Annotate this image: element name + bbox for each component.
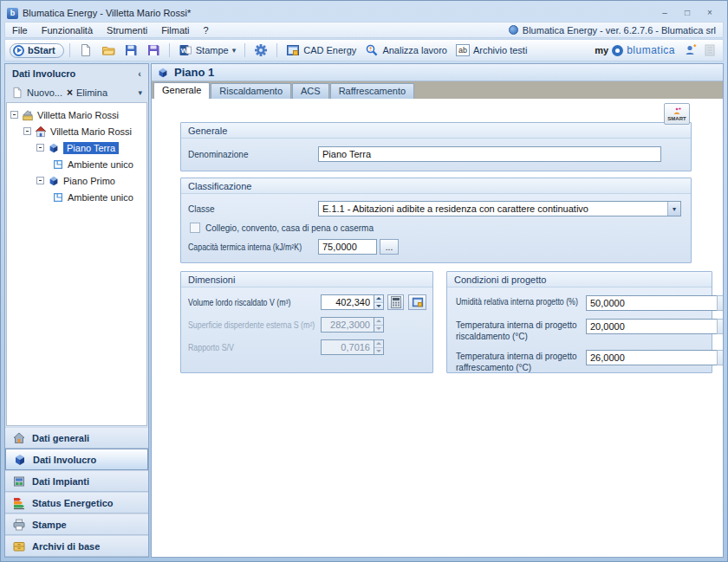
save-button[interactable] [120, 42, 141, 59]
classe-select[interactable]: E.1.1 - Abitazioni adibite a residenza c… [318, 201, 681, 216]
group-dimensioni-title: Dimensioni [181, 272, 432, 287]
collegio-checkbox[interactable] [190, 223, 200, 233]
sidebar-item-stampe[interactable]: Stampe [5, 514, 148, 535]
bstart-button[interactable]: bStart [10, 43, 64, 58]
tree-toolbar-dropdown-icon[interactable]: ▾ [138, 88, 142, 97]
menu-help[interactable]: ? [197, 23, 216, 37]
cad-energy-icon [286, 43, 300, 57]
chevron-down-icon[interactable]: ▾ [667, 202, 680, 216]
volume-input[interactable] [321, 294, 374, 310]
close-icon[interactable]: × [703, 8, 717, 19]
window-title: Blumatica Energy - Villetta Mario Rossi* [23, 8, 191, 18]
tree-item-piano-terra[interactable]: Piano Terra [10, 139, 146, 156]
temp-riscaldamento-side-button[interactable] [717, 319, 723, 334]
gear-icon [254, 43, 268, 57]
smart-button[interactable]: SMART [664, 103, 690, 125]
tab-acs[interactable]: ACS [292, 83, 329, 99]
capacita-ellipsis-button[interactable]: ... [380, 239, 399, 255]
menu-strumenti[interactable]: Strumenti [100, 23, 154, 37]
menu-file[interactable]: File [5, 23, 35, 37]
content-header: Piano 1 [152, 64, 723, 81]
sidebar-item-dati-generali[interactable]: Dati generali [5, 427, 148, 449]
elimina-button[interactable]: × Elimina [67, 87, 107, 98]
volume-spinner[interactable] [374, 294, 384, 310]
new-node-icon [11, 87, 23, 99]
superficie-spinner [374, 317, 384, 333]
stampe-button[interactable]: W Stampe ▾ [175, 42, 239, 59]
save-all-button[interactable] [143, 42, 164, 59]
sidebar-item-archivi-di-base[interactable]: Archivi di base [5, 535, 148, 557]
floor-box-icon [157, 67, 169, 79]
volume-cad-button[interactable] [408, 294, 426, 310]
smart-icon [673, 107, 681, 115]
content-body: SMART Generale Denominazione Classificaz… [152, 99, 723, 557]
temp-raffrescamento-input[interactable] [586, 350, 717, 365]
blumatica-logo-icon [612, 45, 623, 56]
denominazione-input[interactable] [318, 146, 661, 162]
cad-energy-button[interactable]: CAD Energy [283, 42, 360, 59]
plant-icon [12, 475, 26, 488]
temp-riscaldamento-input[interactable] [586, 319, 717, 334]
archivio-testi-button[interactable]: ab Archivio testi [452, 42, 530, 58]
delete-x-icon: × [67, 87, 73, 98]
tree-expander[interactable] [10, 111, 18, 119]
settings-button[interactable] [250, 42, 271, 59]
toolbar: bStart W Stampe ▾ CAD Energy [4, 39, 724, 61]
user-add-icon[interactable] [684, 43, 698, 57]
tree-expander[interactable] [36, 177, 44, 184]
temp-raffrescamento-label: Temperatura interna di progetto raffresc… [456, 350, 586, 373]
capacita-input[interactable] [318, 239, 377, 255]
floor-box-icon [48, 142, 60, 154]
magnifier-icon [365, 43, 379, 57]
word-doc-icon: W [179, 43, 192, 57]
ab-icon: ab [456, 44, 470, 56]
sidebar-item-status-energetico[interactable]: Status Energetico [5, 492, 148, 514]
minimize-icon[interactable]: – [658, 8, 672, 19]
group-classificazione: Classificazione Classe E.1.1 - Abitazion… [180, 178, 692, 263]
tree-item-piano-primo[interactable]: Piano Primo [10, 172, 146, 189]
superficie-input [321, 317, 374, 333]
tab-riscaldamento[interactable]: Riscaldamento [211, 83, 291, 99]
tab-raffrescamento[interactable]: Raffrescamento [330, 83, 414, 99]
collapse-sidebar-icon[interactable]: ‹ [138, 68, 141, 79]
collegio-checkbox-label: Collegio, convento, casa di pena o caser… [205, 223, 374, 233]
rapporto-input [321, 339, 374, 355]
titlebar: b Blumatica Energy - Villetta Mario Ross… [4, 1, 724, 22]
tree-expander[interactable] [23, 127, 31, 135]
toolbar-separator [169, 43, 170, 57]
tree-item-ambiente-2[interactable]: Ambiente unico [10, 189, 146, 205]
calculator-button[interactable] [387, 294, 404, 310]
umidita-label: Umidità relativa interna progetto (%) [456, 297, 578, 308]
tree-item-project[interactable]: Villetta Mario Rossi [10, 107, 146, 123]
open-button[interactable] [98, 42, 119, 59]
new-document-icon [79, 43, 93, 57]
group-condizioni: Condizioni di progetto Umidità relativa … [446, 271, 712, 373]
blumatica-globe-icon [509, 25, 518, 35]
tree-expander[interactable] [36, 144, 44, 152]
group-generale-title: Generale [181, 123, 691, 139]
umidita-side-button[interactable] [717, 295, 723, 311]
maximize-icon[interactable]: □ [680, 8, 694, 19]
nuovo-button[interactable]: Nuovo... [11, 87, 62, 99]
new-document-button[interactable] [75, 42, 96, 59]
analizza-lavoro-button[interactable]: Analizza lavoro [361, 42, 451, 59]
calculator-icon [391, 296, 401, 308]
project-house-icon [22, 109, 34, 121]
sidebar-header: Dati Involucro ‹ [5, 64, 148, 83]
group-dimensioni: Dimensioni Volume lordo riscaldato V (m³… [180, 271, 433, 373]
menu-filmati[interactable]: Filmati [154, 23, 196, 37]
bstart-play-icon [13, 45, 24, 56]
my-blumatica-link[interactable]: my blumatica [591, 42, 679, 58]
umidita-input[interactable] [586, 295, 717, 311]
temp-raffrescamento-side-button[interactable] [717, 350, 723, 365]
room-plan-icon [52, 191, 64, 203]
house-icon [12, 431, 26, 445]
volume-label: Volume lordo riscaldato V (m³) [188, 298, 290, 307]
save-all-icon [146, 43, 160, 57]
tree-item-ambiente-1[interactable]: Ambiente unico [10, 156, 146, 172]
tab-generale[interactable]: Generale [153, 82, 210, 99]
tree-item-building[interactable]: Villetta Mario Rossi [10, 123, 146, 139]
menu-funzionalita[interactable]: Funzionalità [35, 23, 100, 37]
sidebar-item-dati-involucro[interactable]: Dati Involucro [5, 449, 148, 470]
sidebar-item-dati-impianti[interactable]: Dati Impianti [5, 470, 148, 492]
